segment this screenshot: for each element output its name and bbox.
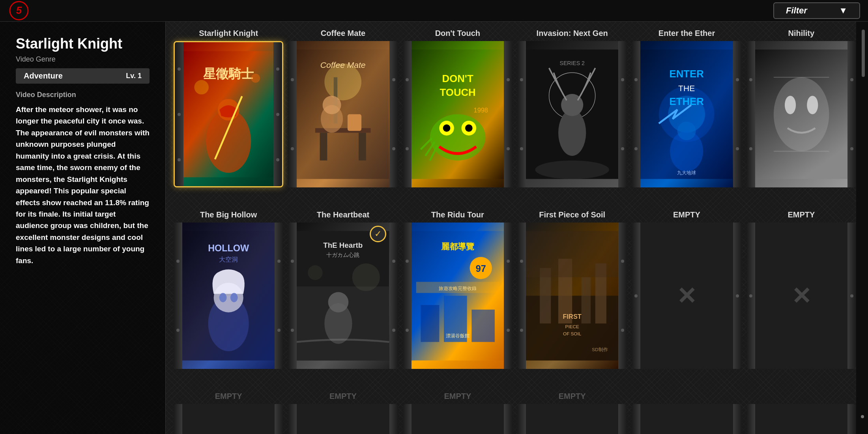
svg-point-30	[558, 110, 586, 156]
svg-text:PIECE: PIECE	[565, 324, 579, 329]
card-side-left	[517, 223, 526, 369]
svg-point-7	[194, 80, 209, 95]
card-side-right	[389, 223, 398, 369]
label-empty2: EMPTY	[746, 210, 856, 219]
svg-rect-15	[348, 114, 361, 131]
label-empty7	[632, 392, 741, 401]
side-dot	[178, 113, 181, 116]
svg-text:ENTER: ENTER	[670, 68, 704, 79]
card-side-left	[288, 223, 297, 369]
filter-label: Filter	[786, 6, 807, 16]
side-dot	[634, 294, 638, 297]
side-dot	[291, 260, 294, 263]
label-empty4: EMPTY	[288, 392, 398, 401]
svg-point-62	[352, 264, 380, 291]
svg-text:ETHER: ETHER	[670, 96, 704, 107]
label-empty3: EMPTY	[174, 392, 283, 401]
svg-text:九大地球: 九大地球	[677, 170, 696, 175]
side-dot	[850, 147, 853, 150]
card-empty7[interactable]: ✕	[632, 404, 741, 434]
card-ridutour[interactable]: 麗都導覽 97 漂湯谷飯館 旅遊攻略完整收錄	[403, 223, 513, 369]
description-label: Video Description	[16, 91, 150, 99]
card-cover-heartbeat: ThE Heartb 十ガカム心跳	[297, 223, 389, 369]
svg-point-55	[230, 293, 238, 302]
svg-point-8	[251, 74, 260, 83]
card-empty3[interactable]: ✕	[174, 404, 283, 434]
card-cover-nihility	[755, 41, 847, 187]
svg-text:SERIES 2: SERIES 2	[560, 60, 585, 66]
side-dot	[634, 147, 638, 150]
label-bighollow: The Big Hollow	[174, 210, 283, 219]
label-ridutour: The Ridu Tour	[403, 210, 513, 219]
label-starlight: Starlight Knight	[174, 29, 283, 38]
side-dot	[276, 67, 279, 71]
label-invasion: Invasion: Next Gen	[517, 29, 627, 38]
card-bighollow[interactable]: HOLLOW 大空洞	[174, 223, 283, 369]
side-dot	[277, 260, 281, 263]
svg-point-17	[323, 96, 341, 114]
scrollbar[interactable]	[856, 22, 868, 434]
card-nihility[interactable]	[746, 41, 856, 187]
filter-button[interactable]: Filter ▼	[773, 2, 860, 19]
side-dot	[634, 78, 638, 81]
card-side-right	[504, 223, 513, 369]
top-bar: 5 Filter ▼	[0, 0, 868, 22]
row3-labels: EMPTY EMPTY EMPTY EMPTY	[174, 385, 856, 404]
card-invasion[interactable]: SERIES 2	[517, 41, 627, 187]
svg-text:THE: THE	[678, 84, 695, 93]
side-dot	[276, 158, 279, 161]
filter-arrow-icon: ▼	[839, 6, 847, 16]
card-empty2[interactable]: ✕	[746, 223, 856, 369]
logo[interactable]: 5	[8, 1, 30, 21]
card-heartbeat[interactable]: ThE Heartb 十ガカム心跳	[288, 223, 398, 369]
card-side-right	[504, 41, 513, 187]
card-side-left	[746, 41, 755, 187]
side-dot	[392, 329, 395, 332]
svg-text:97: 97	[475, 264, 486, 274]
svg-text:TOUCH: TOUCH	[440, 87, 475, 98]
card-firstpiece[interactable]: FIRST PIECE OF SOIL SD制作	[517, 223, 627, 369]
svg-point-63	[308, 265, 322, 280]
side-dot	[291, 147, 294, 150]
side-dot	[621, 260, 624, 263]
card-coffee[interactable]: Coffee Mate	[288, 41, 398, 187]
svg-text:SD制作: SD制作	[592, 347, 608, 352]
card-cover-ridutour: 麗都導覽 97 漂湯谷飯館 旅遊攻略完整收錄	[412, 223, 504, 369]
side-dot	[176, 260, 180, 263]
svg-rect-68	[421, 305, 439, 342]
side-dot	[392, 78, 395, 81]
card-enterether[interactable]: ENTER THE ETHER 九大地球	[632, 41, 741, 187]
scrollbar-thumb[interactable]	[862, 30, 865, 77]
card-empty5[interactable]: ✕	[403, 404, 513, 434]
card-side-left	[174, 223, 182, 369]
label-empty6: EMPTY	[517, 392, 627, 401]
label-nihility: Nihility	[746, 29, 856, 38]
side-dot	[507, 260, 510, 263]
genre-level: Lv. 1	[126, 72, 142, 80]
card-empty8[interactable]: ✕	[746, 404, 856, 434]
check-mark: ✓	[370, 226, 386, 242]
svg-point-32	[535, 161, 609, 179]
card-empty4[interactable]: ✕	[288, 404, 398, 434]
side-dot	[749, 294, 752, 297]
card-empty6[interactable]: ✕	[517, 404, 627, 434]
side-dot	[736, 294, 739, 297]
genre-label: Video Genre	[16, 55, 150, 64]
card-empty1[interactable]: ✕	[632, 223, 741, 369]
svg-point-45	[785, 96, 796, 114]
card-side-left	[632, 41, 640, 187]
card-donttouch[interactable]: DON'T TOUCH 1998	[403, 41, 513, 187]
show-description: After the meteor shower, it was no longe…	[16, 104, 150, 266]
card-side-left	[175, 42, 183, 186]
side-dot	[749, 147, 752, 150]
svg-rect-13	[320, 133, 327, 160]
svg-text:HOLLOW: HOLLOW	[208, 243, 249, 253]
label-enterether: Enter the Ether	[632, 29, 741, 38]
svg-text:FIRST: FIRST	[563, 313, 581, 320]
card-starlight[interactable]: 星徵騎士	[174, 41, 283, 187]
label-donttouch: Don't Touch	[403, 29, 513, 38]
card-side-left	[403, 223, 412, 369]
side-dot	[276, 113, 279, 116]
svg-point-61	[328, 292, 349, 312]
svg-text:ThE Heartb: ThE Heartb	[324, 241, 363, 249]
